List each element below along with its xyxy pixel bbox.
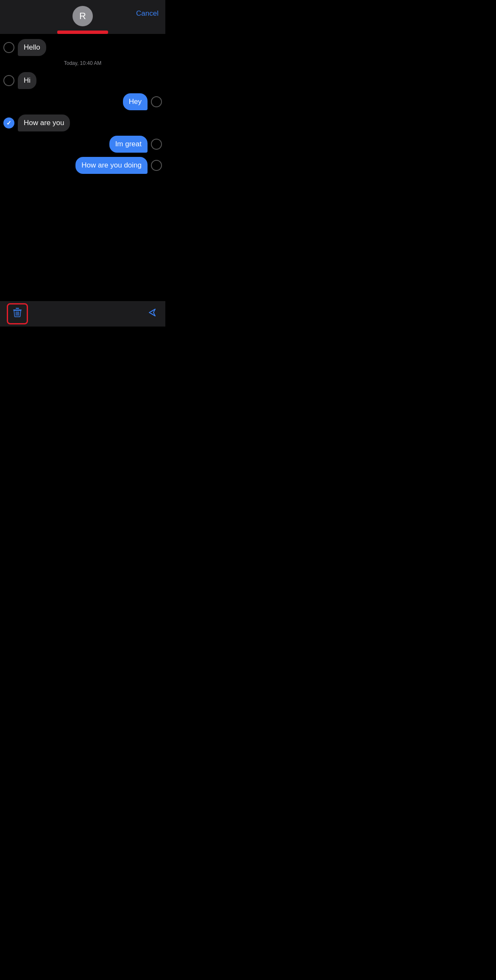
message-checkbox-4[interactable] bbox=[3, 117, 14, 128]
message-checkbox-6[interactable] bbox=[151, 160, 162, 171]
messages-area: Hello Today, 10:40 AM Hi Hey How are you… bbox=[0, 34, 165, 301]
delete-button[interactable] bbox=[7, 303, 28, 324]
message-bubble: Im great bbox=[109, 136, 148, 153]
message-checkbox-5[interactable] bbox=[151, 139, 162, 150]
list-item[interactable]: How are you bbox=[3, 114, 162, 131]
list-item[interactable]: Hi bbox=[3, 72, 162, 89]
message-bubble: Hey bbox=[123, 93, 148, 110]
message-bubble: Hello bbox=[18, 39, 46, 56]
timestamp: Today, 10:40 AM bbox=[3, 60, 162, 66]
message-bubble: Hi bbox=[18, 72, 36, 89]
svg-rect-1 bbox=[16, 308, 19, 309]
cancel-button[interactable]: Cancel bbox=[136, 9, 159, 18]
list-item[interactable]: Hey bbox=[3, 93, 162, 110]
contact-name-bar bbox=[57, 31, 108, 34]
message-checkbox-1[interactable] bbox=[3, 42, 14, 53]
list-item[interactable]: Im great bbox=[3, 136, 162, 153]
share-button[interactable] bbox=[147, 307, 159, 321]
message-bubble: How are you doing bbox=[75, 157, 148, 174]
message-bubble: How are you bbox=[18, 114, 70, 131]
bottom-toolbar bbox=[0, 301, 165, 327]
message-checkbox-2[interactable] bbox=[3, 75, 14, 86]
list-item[interactable]: Hello bbox=[3, 39, 162, 56]
share-icon bbox=[147, 307, 159, 321]
header: R Cancel bbox=[0, 0, 165, 34]
trash-icon bbox=[13, 307, 22, 320]
list-item[interactable]: How are you doing bbox=[3, 157, 162, 174]
message-checkbox-3[interactable] bbox=[151, 96, 162, 107]
avatar: R bbox=[72, 6, 93, 26]
